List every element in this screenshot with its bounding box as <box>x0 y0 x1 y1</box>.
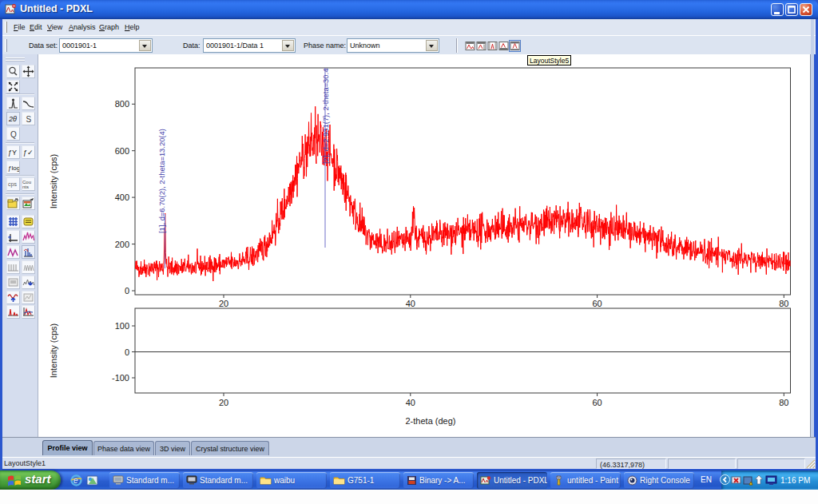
svg-text:100: 100 <box>115 321 129 331</box>
svg-text:80: 80 <box>779 398 788 407</box>
svg-text:[1], d=6.70(2), 2-theta=13.20(: [1], d=6.70(2), 2-theta=13.20(4) <box>157 129 166 233</box>
svg-text:S: S <box>26 115 32 124</box>
svg-text:nts: nts <box>22 185 29 189</box>
svg-text:20: 20 <box>219 299 228 308</box>
svg-text:Q: Q <box>10 130 17 139</box>
svg-text:200: 200 <box>115 240 129 249</box>
svg-text:-100: -100 <box>112 373 129 383</box>
svg-text:Intensity (cps): Intensity (cps) <box>49 154 58 208</box>
svg-text:2θ: 2θ <box>8 115 17 123</box>
svg-text:[2], d=2.931(7), 2-theta=30.48: [2], d=2.931(7), 2-theta=30.48(8) <box>321 55 330 164</box>
svg-text:20: 20 <box>219 398 228 407</box>
svg-text:ƒY: ƒY <box>8 149 17 157</box>
svg-text:ƒ✓: ƒ✓ <box>23 149 34 157</box>
svg-text:40: 40 <box>406 299 415 308</box>
svg-text:80: 80 <box>779 299 788 308</box>
svg-text:0: 0 <box>125 286 129 296</box>
svg-text:40: 40 <box>406 398 415 407</box>
svg-text:60: 60 <box>592 299 602 308</box>
svg-text:800: 800 <box>115 99 129 109</box>
svg-text:cps: cps <box>8 181 17 188</box>
svg-text:Intensity (cps): Intensity (cps) <box>49 323 58 378</box>
svg-text:2-theta (deg): 2-theta (deg) <box>406 416 456 426</box>
svg-text:600: 600 <box>115 146 129 156</box>
svg-text:ƒlog: ƒlog <box>8 165 19 172</box>
svg-text:0: 0 <box>125 347 129 357</box>
svg-text:60: 60 <box>592 398 602 407</box>
svg-text:400: 400 <box>115 192 129 202</box>
